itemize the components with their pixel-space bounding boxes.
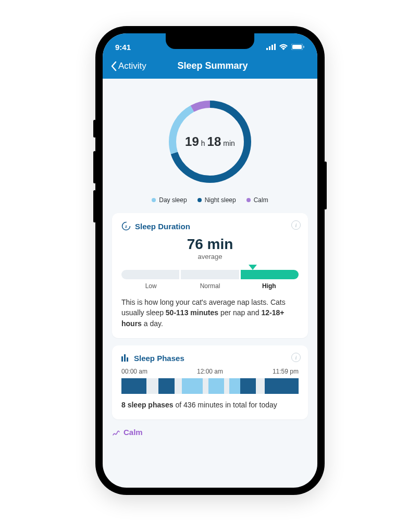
phase-segment — [121, 378, 146, 394]
svg-text:z: z — [125, 224, 127, 229]
volume-up-button — [93, 151, 96, 183]
svg-rect-1 — [269, 46, 270, 50]
svg-rect-6 — [303, 46, 304, 48]
battery-icon — [291, 44, 305, 50]
sleep-duration-card: i z Sleep Duration 76 min average Low No… — [112, 213, 308, 338]
duration-gauge — [121, 270, 299, 279]
legend-night: Night sleep — [197, 196, 236, 204]
phase-segment — [208, 378, 225, 394]
card-header: Sleep Phases — [121, 354, 299, 363]
ring-m-unit: min — [223, 139, 235, 147]
phase-segment — [175, 378, 182, 394]
gauge-segment — [241, 270, 299, 279]
wifi-icon — [279, 44, 288, 50]
phases-description: 8 sleep phases of 436 minutes in total f… — [121, 400, 299, 411]
card-header: z Sleep Duration — [121, 221, 299, 231]
ring-minutes: 18 — [207, 134, 221, 149]
ring-legend: Day sleep Night sleep Calm — [112, 192, 308, 213]
duration-description: This is how long your cat's average nap … — [121, 297, 299, 329]
dot-icon — [197, 198, 202, 202]
svg-rect-3 — [274, 44, 276, 50]
gauge-labels: Low Normal High — [121, 282, 299, 290]
dot-icon — [152, 198, 156, 202]
ring-center: 19 h 18 min — [166, 97, 254, 186]
phase-time-start: 00:00 am — [121, 368, 147, 375]
sleep-icon: z — [121, 221, 131, 231]
duration-value: 76 min — [121, 236, 299, 253]
phase-time-end: 11:59 pm — [273, 368, 299, 375]
status-time: 9:41 — [115, 43, 131, 52]
gauge-high: High — [240, 282, 299, 290]
gauge-segment — [181, 270, 239, 279]
ring-h-unit: h — [201, 139, 205, 147]
sleep-ring-chart: 19 h 18 min — [112, 87, 308, 192]
svg-rect-0 — [266, 48, 268, 50]
card-title: Sleep Duration — [135, 222, 190, 231]
phase-time-mid: 12:00 am — [197, 368, 223, 375]
ring-hours: 19 — [185, 134, 199, 149]
page-title: Sleep Summary — [115, 60, 310, 71]
legend-calm: Calm — [246, 196, 268, 204]
phase-segment — [265, 378, 299, 394]
phases-icon — [121, 354, 130, 362]
svg-rect-14 — [127, 357, 128, 362]
volume-down-button — [93, 190, 96, 222]
phase-segment — [203, 378, 208, 394]
phase-segment — [256, 378, 265, 394]
status-icons — [266, 44, 305, 50]
svg-rect-12 — [121, 356, 123, 362]
phase-segment — [229, 378, 240, 394]
cellular-icon — [266, 44, 276, 50]
duration-sublabel: average — [121, 253, 299, 260]
phase-segment — [158, 378, 175, 394]
legend-label: Day sleep — [159, 196, 187, 204]
phase-segment — [146, 378, 159, 394]
phase-segment — [240, 378, 256, 394]
svg-rect-13 — [124, 354, 126, 362]
legend-day: Day sleep — [152, 196, 187, 204]
info-icon[interactable]: i — [291, 220, 301, 230]
legend-label: Night sleep — [205, 196, 236, 204]
phone-frame: 9:41 Activity Sleep Summary — [95, 26, 325, 495]
svg-rect-5 — [292, 45, 302, 49]
phase-times: 00:00 am 12:00 am 11:59 pm — [121, 368, 299, 375]
notch — [166, 33, 254, 49]
phase-segment — [224, 378, 229, 394]
nav-bar: Activity Sleep Summary — [103, 56, 317, 79]
gauge-marker-icon — [249, 265, 257, 270]
side-button — [93, 120, 96, 138]
sleep-phases-card: i Sleep Phases 00:00 am 12:00 am 11:59 p… — [112, 345, 308, 420]
power-button — [324, 162, 327, 209]
legend-label: Calm — [254, 196, 268, 204]
calm-card-peek[interactable]: Calm — [112, 427, 308, 437]
info-icon[interactable]: i — [291, 353, 301, 362]
content[interactable]: 19 h 18 min Day sleep Night sleep Calm i… — [103, 79, 317, 437]
dot-icon — [246, 198, 251, 202]
card-title: Sleep Phases — [134, 354, 184, 363]
gauge-normal: Normal — [180, 282, 239, 290]
phase-segment — [182, 378, 203, 394]
gauge-segment — [121, 270, 179, 279]
peek-title: Calm — [123, 428, 143, 437]
screen: 9:41 Activity Sleep Summary — [103, 33, 317, 488]
calm-icon — [112, 429, 120, 436]
gauge-low: Low — [121, 282, 180, 290]
phase-timeline — [121, 378, 299, 394]
svg-rect-2 — [271, 45, 273, 50]
